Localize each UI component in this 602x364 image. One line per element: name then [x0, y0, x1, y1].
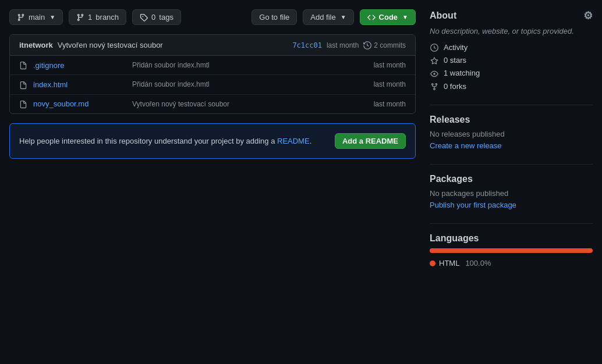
table-row: index.html Přidán soubor index.hmtl last… — [10, 75, 415, 94]
stars-stat: 0 stars — [430, 55, 593, 65]
file-icon — [19, 99, 27, 109]
star-icon — [430, 55, 439, 65]
languages-title: Languages — [430, 233, 593, 244]
file-name-0[interactable]: .gitignore — [33, 61, 126, 70]
language-item-html: HTML 100.0% — [430, 259, 593, 267]
right-panel: About ⚙ No description, website, or topi… — [430, 9, 593, 267]
about-section: About ⚙ No description, website, or topi… — [430, 9, 593, 91]
watching-stat: 1 watching — [430, 69, 593, 78]
commit-time: last month — [327, 41, 359, 49]
branch-count-btn[interactable]: 1 branch — [69, 9, 126, 25]
table-row: .gitignore Přidán soubor index.hmtl last… — [10, 56, 415, 75]
about-stats: Activity 0 stars 1 watching — [430, 42, 593, 91]
no-releases-text: No releases published — [430, 130, 593, 138]
create-release-link[interactable]: Create a new release — [430, 141, 502, 150]
no-packages-text: No packages published — [430, 189, 593, 198]
watching-label: 1 watching — [444, 69, 480, 77]
commit-message: Vytvořen nový testovací soubor — [58, 41, 288, 49]
file-time-1: last month — [359, 80, 406, 88]
readme-banner: Help people interested in this repositor… — [9, 123, 416, 159]
file-commit-2: Vytvořen nový testovací soubor — [132, 100, 353, 108]
file-icon — [19, 80, 27, 89]
about-description: No description, website, or topics provi… — [430, 27, 593, 35]
code-caret: ▼ — [402, 14, 408, 20]
readme-text: Help people interested in this repositor… — [19, 135, 311, 147]
code-icon — [367, 13, 376, 22]
file-icon — [19, 60, 27, 70]
branch-name: main — [29, 13, 45, 22]
releases-title: Releases — [430, 115, 593, 125]
commit-author: itnetwork — [19, 41, 53, 49]
packages-title: Packages — [430, 174, 593, 184]
languages-section: Languages HTML 100.0% — [430, 233, 593, 267]
html-lang-dot — [430, 260, 435, 266]
tag-icon — [140, 13, 148, 22]
file-table: itnetwork Vytvořen nový testovací soubor… — [9, 34, 416, 114]
activity-icon — [430, 42, 439, 52]
left-panel: main ▼ 1 branch 0 tags Go to file — [9, 9, 416, 267]
branch-suffix: branch — [95, 13, 119, 22]
commit-hash[interactable]: 7c1cc01 — [292, 41, 322, 49]
stars-label: 0 stars — [444, 56, 466, 65]
gear-icon[interactable]: ⚙ — [583, 9, 593, 22]
file-commit-0: Přidán soubor index.hmtl — [132, 61, 353, 69]
branch-count-icon — [76, 13, 84, 22]
file-name-2[interactable]: novy_soubor.md — [33, 99, 126, 108]
file-time-2: last month — [359, 100, 406, 108]
tag-suffix: tags — [159, 13, 173, 22]
branch-count: 1 — [88, 13, 92, 22]
packages-section: Packages No packages published Publish y… — [430, 174, 593, 209]
go-to-file-btn[interactable]: Go to file — [252, 9, 297, 25]
toolbar: main ▼ 1 branch 0 tags Go to file — [9, 9, 416, 25]
divider-1 — [430, 105, 593, 105]
divider-3 — [430, 223, 593, 224]
branch-selector[interactable]: main ▼ — [9, 9, 63, 25]
releases-section: Releases No releases published Create a … — [430, 115, 593, 150]
publish-package-link[interactable]: Publish your first package — [430, 201, 516, 209]
activity-stat: Activity — [430, 42, 593, 52]
readme-link[interactable]: README — [277, 137, 310, 145]
code-btn[interactable]: Code ▼ — [360, 9, 416, 25]
fork-icon — [430, 81, 439, 91]
file-time-0: last month — [359, 61, 406, 69]
lang-name: HTML — [439, 259, 459, 267]
tag-count-btn[interactable]: 0 tags — [132, 9, 181, 25]
file-name-1[interactable]: index.html — [33, 80, 126, 89]
commits-icon — [363, 41, 371, 49]
divider-2 — [430, 164, 593, 165]
branch-icon — [17, 13, 25, 22]
add-file-caret: ▼ — [341, 14, 346, 20]
add-readme-btn[interactable]: Add a README — [335, 133, 406, 149]
commit-header: itnetwork Vytvořen nový testovací soubor… — [10, 35, 415, 56]
branch-caret: ▼ — [49, 14, 55, 20]
forks-label: 0 forks — [444, 82, 466, 91]
file-commit-1: Přidán soubor index.hmtl — [132, 80, 353, 88]
lang-percent: 100.0% — [465, 259, 491, 267]
forks-stat: 0 forks — [430, 81, 593, 91]
table-row: novy_soubor.md Vytvořen nový testovací s… — [10, 95, 415, 113]
activity-label[interactable]: Activity — [444, 43, 468, 52]
about-title: About ⚙ — [430, 9, 593, 22]
add-file-btn[interactable]: Add file ▼ — [303, 9, 353, 25]
commit-count: 2 commits — [363, 41, 406, 49]
language-bar — [430, 248, 593, 253]
tag-count: 0 — [151, 13, 155, 22]
eye-icon — [430, 69, 439, 78]
